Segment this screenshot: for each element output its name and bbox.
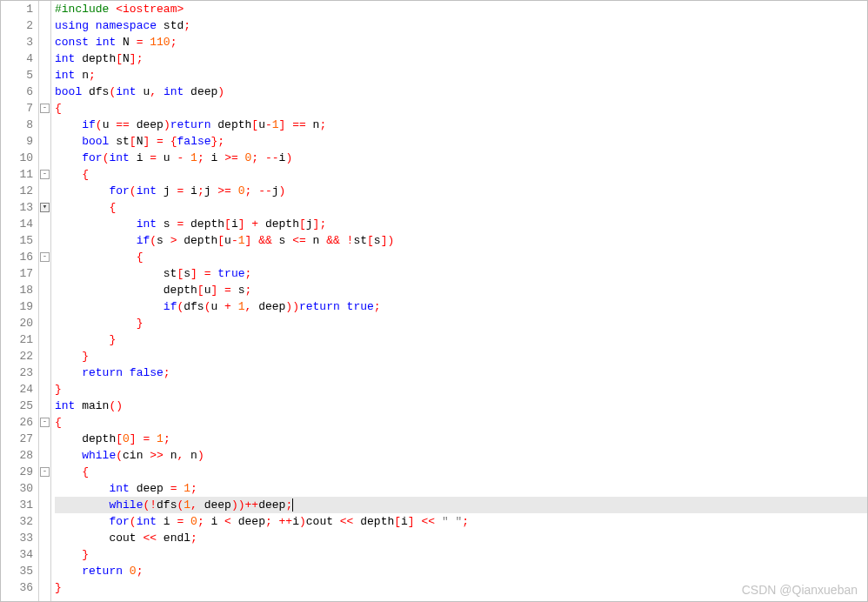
line-number: 29 (10, 464, 33, 480)
token-pn: s (157, 234, 170, 247)
code-line[interactable]: } (55, 348, 867, 365)
token-op: [ (224, 217, 231, 231)
code-line[interactable]: depth[u] = s; (55, 282, 867, 298)
fold-toggle-icon[interactable]: - (40, 170, 50, 179)
fold-gutter-row (39, 150, 50, 166)
code-line[interactable]: for(int j = i;j >= 0; --j) (55, 183, 867, 199)
fold-gutter-row (39, 381, 50, 398)
code-line[interactable]: if(s > depth[u-1] && s <= n && !st[s]) (55, 232, 867, 249)
token-op: + (251, 217, 258, 231)
code-line[interactable]: cout << endl; (55, 530, 867, 546)
line-number: 14 (10, 216, 33, 232)
fold-gutter: --▾--- (39, 1, 51, 601)
token-pn: i (231, 217, 238, 231)
token-pn (55, 465, 82, 478)
code-line[interactable]: } (55, 381, 867, 398)
code-line[interactable]: int main() (55, 398, 867, 414)
code-line[interactable]: return false; (55, 365, 867, 381)
fold-gutter-row (39, 431, 50, 447)
code-line[interactable]: bool dfs(int u, int deep) (55, 84, 867, 100)
code-area[interactable]: #include <iostream>using namespace std;c… (51, 1, 867, 601)
code-line[interactable]: using namespace std; (55, 17, 867, 34)
fold-toggle-icon[interactable]: - (40, 467, 50, 477)
code-line[interactable]: const int N = 110; (55, 34, 867, 50)
line-number: 36 (10, 579, 33, 596)
token-pn: n (164, 449, 177, 462)
token-kw: int (55, 399, 75, 412)
code-line[interactable]: int depth[N]; (55, 50, 867, 67)
token-pn (231, 184, 238, 197)
code-line[interactable]: #include <iostream> (55, 1, 867, 17)
token-pn (89, 19, 96, 32)
code-line[interactable]: while(!dfs(1, deep))++deep; (55, 497, 867, 513)
code-line[interactable]: { (55, 249, 867, 265)
line-number: 16 (10, 249, 33, 265)
token-op: } (137, 317, 144, 330)
token-pn (184, 151, 190, 164)
line-number: 21 (10, 331, 33, 348)
token-pn (55, 482, 109, 495)
token-op: && (258, 234, 272, 247)
code-line[interactable]: { (55, 100, 867, 117)
code-line[interactable]: { (55, 166, 867, 183)
code-line[interactable]: depth[0] = 1; (55, 431, 867, 447)
token-pn (89, 36, 96, 49)
line-number: 24 (10, 381, 33, 398)
code-line[interactable]: } (55, 579, 867, 596)
token-kw: return (299, 300, 340, 313)
code-line[interactable]: int deep = 1; (55, 480, 867, 497)
token-pn (55, 217, 137, 231)
fold-gutter-row (39, 563, 50, 579)
code-line[interactable]: int s = depth[i] + depth[j]; (55, 216, 867, 232)
code-editor: 1234567891011121314151617181920212223242… (0, 0, 868, 602)
line-number-gutter: 1234567891011121314151617181920212223242… (1, 1, 39, 601)
fold-toggle-icon[interactable]: ▾ (40, 203, 50, 212)
code-line[interactable]: if(u == deep)return depth[u-1] == n; (55, 117, 867, 133)
code-line[interactable]: } (55, 315, 867, 331)
code-line[interactable]: } (55, 546, 867, 563)
token-op: ) (285, 151, 292, 164)
token-pn (231, 300, 238, 313)
token-op: ; (197, 515, 204, 528)
token-op: - (231, 234, 238, 247)
fold-toggle-icon[interactable]: - (40, 418, 50, 427)
code-line[interactable]: for(int i = 0; i < deep; ++i)cout << dep… (55, 513, 867, 530)
line-number: 31 (10, 497, 33, 513)
code-line[interactable]: { (55, 414, 867, 431)
token-op: + (224, 300, 231, 313)
code-line[interactable]: } (55, 331, 867, 348)
token-pn: s (231, 284, 245, 297)
token-pn: cin (123, 449, 150, 462)
token-pn: i (292, 515, 299, 528)
token-pn (184, 515, 190, 528)
code-line[interactable]: { (55, 199, 867, 216)
token-op: , (190, 498, 197, 512)
token-op: == (292, 118, 306, 131)
token-pn: u (258, 118, 265, 131)
code-line[interactable]: return 0; (55, 563, 867, 579)
fold-toggle-icon[interactable]: - (40, 104, 50, 113)
token-pn (272, 515, 279, 528)
code-line[interactable]: while(cin >> n, n) (55, 447, 867, 464)
token-op: ] (408, 515, 415, 528)
token-op: ( (150, 234, 157, 247)
token-pn (238, 151, 245, 164)
code-line[interactable]: if(dfs(u + 1, deep))return true; (55, 298, 867, 315)
fold-toggle-icon[interactable]: - (40, 252, 50, 262)
code-line[interactable]: for(int i = u - 1; i >= 0; --i) (55, 150, 867, 166)
code-line[interactable]: int n; (55, 67, 867, 84)
token-pn: i (184, 184, 197, 197)
token-pn (340, 300, 347, 313)
token-pn: deep (184, 85, 217, 98)
code-line[interactable]: st[s] = true; (55, 265, 867, 282)
token-op: ] (238, 217, 245, 231)
code-line[interactable]: { (55, 464, 867, 480)
text-caret (292, 498, 293, 512)
fold-gutter-row (39, 34, 50, 50)
token-op: ; (190, 532, 197, 545)
code-line[interactable]: bool st[N] = {false}; (55, 133, 867, 150)
token-pn: u (224, 234, 231, 247)
fold-gutter-row (39, 84, 50, 100)
token-ppinc: <iostream> (116, 3, 184, 16)
token-pn: j (204, 184, 218, 197)
